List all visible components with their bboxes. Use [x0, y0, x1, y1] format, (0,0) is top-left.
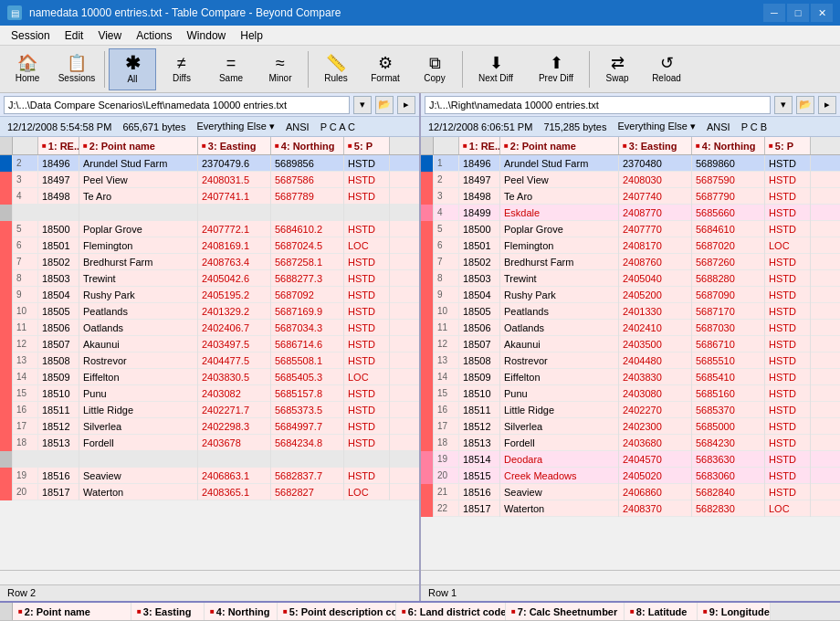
right-path-input[interactable] — [425, 96, 771, 114]
table-row[interactable]: 218496Arundel Stud Farm2370479.65689856H… — [0, 155, 419, 172]
table-row[interactable]: 1318508Rostrevor24044805685510HSTD — [421, 353, 840, 369]
table-row[interactable]: 1018505Peatlands24013305687170HSTD — [421, 303, 840, 320]
home-label: Home — [16, 73, 40, 83]
format-button[interactable]: ⚙ Format — [362, 48, 409, 90]
table-row[interactable]: 418499Eskdale24087705685660HSTD — [421, 205, 840, 221]
maximize-button[interactable]: □ — [787, 4, 809, 22]
table-row[interactable]: 618501Flemington24081705687020LOC — [421, 237, 840, 254]
table-row[interactable]: 218497Peel View24080305687590HSTD — [421, 172, 840, 188]
table-row[interactable]: 2118516Seaview24068605682840HSTD — [421, 484, 840, 500]
table-row[interactable]: 318498Te Aro24077405687790HSTD — [421, 188, 840, 205]
bottom-hdr-col8[interactable]: ■8: Latitude — [625, 603, 698, 620]
left-hdr-col4[interactable]: ■4: Northing — [271, 137, 344, 154]
cell-col3: 2408170 — [619, 237, 692, 254]
table-row[interactable]: 818503Trewint24050405688280HSTD — [421, 270, 840, 287]
diffs-button[interactable]: ≠ Diffs — [158, 48, 205, 90]
table-row[interactable]: 1518510Punu24030805685160HSTD — [421, 385, 840, 402]
table-row[interactable]: 1418509Eiffelton24038305685410HSTD — [421, 369, 840, 385]
right-encoding-dropdown[interactable]: Everything Else ▾ — [618, 121, 696, 132]
bottom-hdr-col5[interactable]: ■5: Point description code — [278, 603, 396, 620]
table-row[interactable]: 718502Bredhurst Farm24087605687260HSTD — [421, 254, 840, 270]
menu-view[interactable]: View — [90, 26, 129, 45]
menu-help[interactable]: Help — [233, 26, 270, 45]
table-row[interactable]: 2018515Creek Meadows24050205683060HSTD — [421, 468, 840, 484]
home-button[interactable]: 🏠 Home — [4, 48, 51, 90]
right-nav-button[interactable]: ▸ — [818, 96, 836, 114]
table-row[interactable]: 1218507Akaunui2403497.55686714.6HSTD — [0, 336, 419, 353]
bottom-hdr-col6[interactable]: ■6: Land district code — [396, 603, 506, 620]
table-row[interactable]: 1118506Oatlands2402406.75687034.3HSTD — [0, 320, 419, 336]
right-hdr-col4[interactable]: ■4: Northing — [692, 137, 765, 154]
table-row[interactable]: 918504Rushy Park24052005687090HSTD — [421, 287, 840, 303]
same-button[interactable]: = Same — [207, 48, 255, 90]
table-row[interactable]: 1918514Deodara24045705683630HSTD — [421, 451, 840, 468]
cell-col5: HSTD — [765, 303, 811, 320]
left-h-scroll[interactable] — [0, 570, 419, 584]
table-row[interactable]: 1218507Akaunui24035005686710HSTD — [421, 336, 840, 353]
table-row[interactable]: 518500Poplar Grove2407772.15684610.2HSTD — [0, 221, 419, 237]
bottom-hdr-col7[interactable]: ■7: Calc Sheetnumber — [506, 603, 625, 620]
cell-col3: 2370479.6 — [198, 155, 271, 172]
table-row[interactable] — [0, 451, 419, 468]
sessions-button[interactable]: 📋 Sessions — [53, 48, 100, 90]
minor-button[interactable]: ≈ Minor — [257, 48, 304, 90]
table-row[interactable]: 2218517Waterton24083705682830LOC — [421, 500, 840, 517]
left-nav-button[interactable]: ▸ — [397, 96, 415, 114]
bottom-hdr-col4[interactable]: ■4: Northing — [205, 603, 278, 620]
left-folder-button[interactable]: 📂 — [375, 96, 394, 114]
close-button[interactable]: ✕ — [811, 4, 833, 22]
table-row[interactable]: 2018517Waterton2408365.15682827LOC — [0, 484, 419, 500]
rules-button[interactable]: 📏 Rules — [312, 48, 360, 90]
right-browse-button[interactable]: ▾ — [774, 96, 793, 114]
table-row[interactable]: 118496Arundel Stud Farm23704805689860HST… — [421, 155, 840, 172]
left-hdr-col1[interactable]: ■1: RE... — [38, 137, 79, 154]
table-row[interactable]: 718502Bredhurst Farm2408763.45687258.1HS… — [0, 254, 419, 270]
table-row[interactable]: 1818513Fordell24036805684230HSTD — [421, 435, 840, 451]
bottom-hdr-col3[interactable]: ■3: Easting — [131, 603, 205, 620]
right-hdr-col3[interactable]: ■3: Easting — [619, 137, 692, 154]
bottom-hdr-col9[interactable]: ■9: Longitude — [698, 603, 771, 620]
table-row[interactable]: 418498Te Aro2407741.15687789HSTD — [0, 188, 419, 205]
right-hdr-col2[interactable]: ■2: Point name — [500, 137, 619, 154]
table-row[interactable]: 1318508Rostrevor2404477.55685508.1HSTD — [0, 353, 419, 369]
table-row[interactable]: 518500Poplar Grove24077705684610HSTD — [421, 221, 840, 237]
table-row[interactable]: 1518510Punu24030825685157.8HSTD — [0, 385, 419, 402]
menu-actions[interactable]: Actions — [129, 26, 179, 45]
table-row[interactable]: 1918516Seaview2406863.15682837.7HSTD — [0, 468, 419, 484]
bottom-hdr-col2[interactable]: ■2: Point name — [13, 603, 131, 620]
table-row[interactable]: 1618511Little Ridge24022705685370HSTD — [421, 402, 840, 418]
right-hdr-col1[interactable]: ■1: RE... — [459, 137, 500, 154]
table-row[interactable]: 1418509Eiffelton2403830.55685405.3LOC — [0, 369, 419, 385]
swap-button[interactable]: ⇄ Swap — [593, 48, 641, 90]
next-diff-button[interactable]: ⬇ Next Diff — [467, 48, 525, 90]
table-row[interactable]: 818503Trewint2405042.65688277.3HSTD — [0, 270, 419, 287]
menu-session[interactable]: Session — [4, 26, 58, 45]
table-row[interactable]: 1818513Fordell24036785684234.8HSTD — [0, 435, 419, 451]
copy-button[interactable]: ⧉ Copy — [411, 48, 458, 90]
left-encoding-dropdown[interactable]: Everything Else ▾ — [197, 121, 275, 132]
minimize-button[interactable]: ─ — [763, 4, 785, 22]
table-row[interactable]: 618501Flemington2408169.15687024.5LOC — [0, 237, 419, 254]
cell-col5: HSTD — [765, 402, 811, 418]
table-row[interactable]: 918504Rushy Park2405195.25687092HSTD — [0, 287, 419, 303]
left-hdr-col3[interactable]: ■3: Easting — [198, 137, 271, 154]
table-row[interactable] — [0, 205, 419, 221]
left-browse-button[interactable]: ▾ — [353, 96, 372, 114]
left-hdr-col2[interactable]: ■2: Point name — [79, 137, 198, 154]
right-hdr-col5[interactable]: ■5: P — [765, 137, 811, 154]
all-button[interactable]: ✱ All — [109, 48, 156, 90]
right-h-scroll[interactable] — [421, 570, 840, 584]
table-row[interactable]: 1718512Silverlea2402298.35684997.7HSTD — [0, 418, 419, 435]
reload-button[interactable]: ↺ Reload — [643, 48, 690, 90]
table-row[interactable]: 1618511Little Ridge2402271.75685373.5HST… — [0, 402, 419, 418]
right-folder-button[interactable]: 📂 — [796, 96, 814, 114]
left-path-input[interactable] — [4, 96, 350, 114]
table-row[interactable]: 318497Peel View2408031.55687586HSTD — [0, 172, 419, 188]
table-row[interactable]: 1118506Oatlands24024105687030HSTD — [421, 320, 840, 336]
table-row[interactable]: 1718512Silverlea24023005685000HSTD — [421, 418, 840, 435]
left-hdr-col5[interactable]: ■5: P — [344, 137, 390, 154]
menu-window[interactable]: Window — [180, 26, 234, 45]
table-row[interactable]: 1018505Peatlands2401329.25687169.9HSTD — [0, 303, 419, 320]
prev-diff-button[interactable]: ⬆ Prev Diff — [527, 48, 585, 90]
menu-edit[interactable]: Edit — [58, 26, 91, 45]
